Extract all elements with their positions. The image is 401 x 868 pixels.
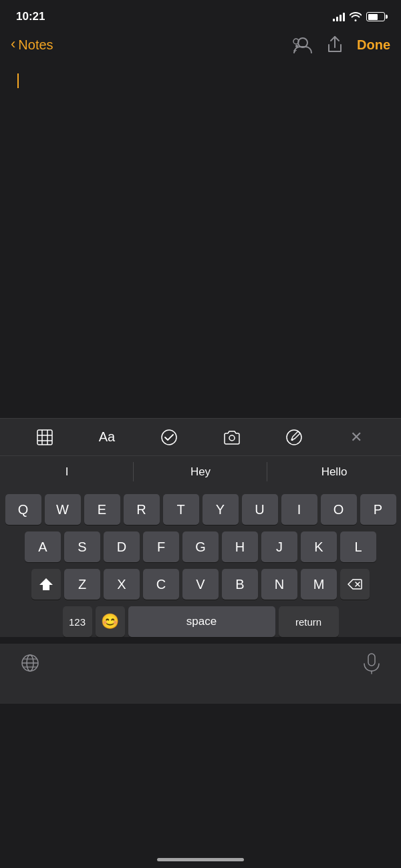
signal-icon (333, 12, 345, 21)
key-e[interactable]: E (84, 494, 120, 525)
back-label: Notes (18, 37, 53, 53)
battery-icon (366, 12, 385, 21)
key-f[interactable]: F (143, 531, 179, 562)
prediction-3[interactable]: Hello (267, 456, 401, 487)
share-button[interactable] (326, 35, 344, 54)
camera-button[interactable] (217, 423, 247, 452)
text-cursor (17, 73, 19, 88)
microphone-button[interactable] (362, 653, 381, 679)
key-w[interactable]: W (45, 494, 81, 525)
format-text-button[interactable]: Aa (92, 423, 122, 452)
space-key[interactable]: space (128, 606, 275, 637)
pencil-button[interactable] (279, 423, 309, 452)
predictive-text-bar: I Hey Hello (0, 455, 401, 487)
svg-rect-4 (37, 430, 52, 445)
keyboard-row-2: A S D F G H J K L (4, 531, 397, 562)
key-q[interactable]: Q (5, 494, 41, 525)
done-button[interactable]: Done (357, 37, 390, 53)
nav-right-actions: + Done (291, 35, 390, 54)
key-b[interactable]: B (222, 569, 258, 600)
key-r[interactable]: R (124, 494, 160, 525)
shift-key[interactable] (31, 569, 61, 600)
svg-rect-19 (368, 654, 375, 666)
key-m[interactable]: M (301, 569, 337, 600)
keyboard-row-3: Z X C V B N M (4, 569, 397, 600)
key-n[interactable]: N (261, 569, 297, 600)
svg-text:+: + (293, 47, 297, 54)
svg-point-9 (162, 430, 176, 445)
key-z[interactable]: Z (64, 569, 100, 600)
key-h[interactable]: H (222, 531, 258, 562)
keyboard-row-1: Q W E R T Y U I O P (4, 494, 397, 525)
bottom-bar (0, 644, 401, 704)
key-p[interactable]: P (360, 494, 396, 525)
key-j[interactable]: J (261, 531, 297, 562)
key-s[interactable]: S (64, 531, 100, 562)
svg-point-0 (298, 38, 307, 47)
key-d[interactable]: D (104, 531, 140, 562)
status-bar: 10:21 (0, 0, 401, 29)
nav-bar: ‹ Notes + Done (0, 29, 401, 64)
keyboard: Q W E R T Y U I O P A S D F G H J K L Z … (0, 487, 401, 637)
key-o[interactable]: O (321, 494, 357, 525)
key-v[interactable]: V (182, 569, 219, 600)
note-content-area[interactable] (0, 64, 401, 418)
formatting-toolbar: Aa ✕ (0, 418, 401, 455)
key-x[interactable]: X (104, 569, 140, 600)
key-c[interactable]: C (143, 569, 179, 600)
status-time: 10:21 (16, 10, 45, 23)
checklist-button[interactable] (154, 423, 184, 452)
key-g[interactable]: G (182, 531, 219, 562)
status-icons (333, 12, 385, 21)
back-button[interactable]: ‹ Notes (11, 37, 53, 53)
dismiss-keyboard-button[interactable]: ✕ (342, 423, 371, 452)
key-l[interactable]: L (340, 531, 376, 562)
chevron-left-icon: ‹ (11, 35, 15, 53)
return-key[interactable]: return (279, 606, 339, 637)
add-collaborator-button[interactable]: + (291, 35, 313, 54)
prediction-2[interactable]: Hey (134, 456, 267, 487)
home-indicator (157, 858, 244, 861)
key-y[interactable]: Y (203, 494, 239, 525)
globe-button[interactable] (20, 653, 40, 678)
emoji-key[interactable]: 😊 (96, 606, 125, 637)
wifi-icon (350, 12, 362, 21)
key-t[interactable]: T (163, 494, 199, 525)
svg-point-10 (229, 435, 235, 441)
key-k[interactable]: K (301, 531, 337, 562)
prediction-1[interactable]: I (0, 456, 134, 487)
delete-key[interactable] (340, 569, 370, 600)
key-a[interactable]: A (25, 531, 61, 562)
key-i[interactable]: I (281, 494, 317, 525)
table-button[interactable] (30, 423, 59, 452)
key-u[interactable]: U (242, 494, 278, 525)
numbers-key[interactable]: 123 (63, 606, 92, 637)
keyboard-row-4: 123 😊 space return (4, 606, 397, 637)
